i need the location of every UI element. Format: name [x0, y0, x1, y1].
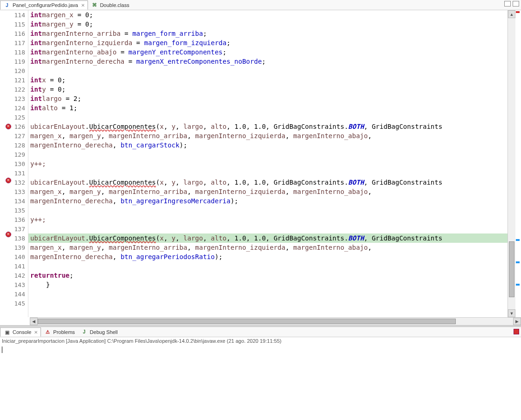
console-launch-header: Iniciar_prepararImportacion [Java Applic… [0, 337, 521, 345]
editor-tab-double-class[interactable]: ⌘ Double.class [88, 0, 132, 10]
line-no: 134 [12, 196, 25, 206]
error-marker-126[interactable] [6, 124, 11, 129]
line-no: 136 [12, 215, 25, 224]
breakpoint-margin[interactable] [5, 10, 12, 317]
line-no: 129 [12, 150, 25, 159]
line-no: 121 [12, 75, 25, 85]
line-no: 115 [12, 20, 25, 29]
line-no: 114 [12, 10, 25, 20]
line-no: 144 [12, 289, 25, 299]
scroll-down-button[interactable]: ▼ [508, 309, 515, 317]
error-marker-132[interactable] [6, 178, 11, 183]
line-number-gutter: 114 115 116 117 118 119 120 121 122 123 … [12, 10, 28, 317]
console-exe-path: C:\Program Files\Java\openjdk-14.0.2\bin… [107, 338, 225, 344]
debug-shell-tab[interactable]: J Debug Shell [78, 327, 121, 337]
line-no: 140 [12, 252, 25, 261]
line-no: 117 [12, 38, 25, 47]
scroll-thumb[interactable] [509, 241, 514, 297]
overview-marker[interactable] [516, 261, 520, 263]
line-no: 118 [12, 47, 25, 57]
line-no: 123 [12, 94, 25, 103]
line-no: 116 [12, 29, 25, 38]
line-no: 126 [12, 122, 25, 131]
debug-shell-icon: J [81, 328, 88, 336]
line-no: 143 [12, 280, 25, 289]
console-output[interactable] [0, 345, 521, 354]
close-tab-icon[interactable]: ✕ [34, 330, 38, 335]
class-file-icon: ⌘ [91, 1, 98, 9]
line-no: 127 [12, 131, 25, 140]
vertical-scrollbar[interactable]: ▲ ▼ [507, 10, 515, 317]
maximize-view-icon[interactable] [513, 1, 519, 7]
editor-tab-bar: J Panel_configurarPedido.java ✕ ⌘ Double… [0, 0, 521, 10]
overview-ruler[interactable] [515, 10, 521, 317]
scroll-right-button[interactable]: ▶ [513, 318, 521, 325]
folding-margin[interactable] [0, 10, 5, 317]
line-no: 132 [12, 178, 25, 187]
overview-error-marker[interactable] [516, 11, 520, 13]
line-no: 142 [12, 271, 25, 280]
editor-window-controls [504, 1, 519, 7]
problems-icon: ⚠ [44, 328, 51, 336]
scroll-track[interactable] [38, 318, 513, 325]
text-cursor [2, 347, 2, 353]
overview-marker[interactable] [516, 239, 520, 241]
line-no: 133 [12, 187, 25, 196]
scroll-up-button[interactable]: ▲ [508, 10, 515, 18]
tab-label: Debug Shell [90, 329, 118, 335]
problems-tab[interactable]: ⚠ Problems [41, 327, 77, 337]
line-no: 130 [12, 159, 25, 168]
java-file-icon: J [3, 1, 11, 9]
console-launch-name: Iniciar_prepararImportacion [Java Applic… [2, 338, 107, 344]
line-no: 145 [12, 299, 25, 308]
console-toolbar [514, 329, 519, 334]
line-no: 119 [12, 57, 25, 66]
scroll-thumb[interactable] [38, 319, 456, 324]
line-no: 122 [12, 85, 25, 94]
tab-label: Problems [53, 329, 74, 335]
horizontal-scrollbar[interactable]: ◀ ▶ [30, 317, 521, 325]
terminate-button[interactable] [514, 329, 519, 334]
code-editor[interactable]: 114 115 116 117 118 119 120 121 122 123 … [0, 10, 521, 317]
tab-label: Panel_configurarPedido.java [13, 2, 78, 8]
line-no: 131 [12, 168, 25, 178]
line-no: 137 [12, 224, 25, 233]
bottom-tab-bar: ▣ Console ✕ ⚠ Problems J Debug Shell [0, 327, 521, 337]
scroll-left-button[interactable]: ◀ [30, 318, 38, 325]
console-icon: ▣ [3, 328, 11, 336]
scroll-track[interactable] [508, 18, 515, 309]
minimize-view-icon[interactable] [504, 1, 511, 7]
line-no: 120 [12, 66, 25, 75]
horizontal-scroll-area: ◀ ▶ [0, 317, 521, 325]
line-no: 128 [12, 140, 25, 150]
line-no: 141 [12, 261, 25, 271]
code-content[interactable]: int margen_x = 0; int margen_y = 0; int … [28, 10, 507, 317]
line-no: 135 [12, 206, 25, 215]
console-tab[interactable]: ▣ Console ✕ [0, 327, 41, 337]
line-no: 139 [12, 243, 25, 252]
line-no: 138 [12, 233, 25, 243]
line-no: 124 [12, 103, 25, 113]
overview-marker[interactable] [516, 284, 520, 286]
editor-tab-panel-configurar[interactable]: J Panel_configurarPedido.java ✕ [0, 0, 88, 10]
tab-label: Double.class [100, 2, 129, 8]
console-timestamp: (21 ago. 2020 19:11:55) [225, 338, 281, 344]
error-marker-138[interactable] [6, 232, 11, 237]
tab-label: Console [13, 329, 31, 335]
line-no: 125 [12, 113, 25, 122]
close-tab-icon[interactable]: ✕ [81, 3, 85, 8]
